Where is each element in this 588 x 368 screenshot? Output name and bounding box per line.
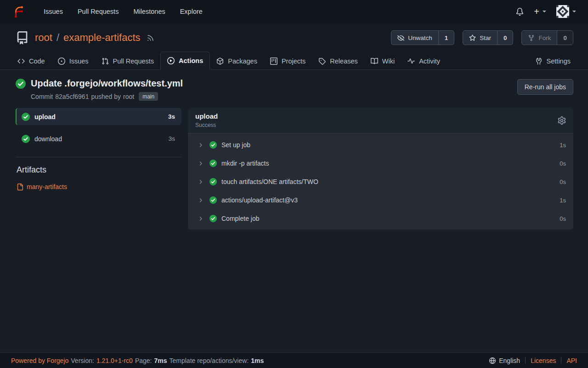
job-success-icon [22, 113, 30, 121]
tab-wiki[interactable]: Wiki [364, 52, 401, 70]
repo-owner-link[interactable]: root [35, 32, 52, 44]
tools-icon [535, 58, 543, 65]
tab-label: Releases [330, 58, 357, 65]
tab-activity[interactable]: Activity [401, 52, 447, 70]
pushed-by-label: pushed by [91, 93, 121, 100]
steps-list: Set up job 1s mkdir -p artifacts 0s touc… [188, 133, 573, 230]
issue-opened-icon [58, 58, 65, 65]
chevron-right-icon[interactable] [198, 142, 204, 148]
project-icon [270, 58, 277, 65]
tab-label: Projects [282, 58, 305, 65]
page-time-value: 7ms [154, 357, 167, 364]
step-row-touch[interactable]: touch artifacts/ONE artifacts/TWO 0s [188, 172, 573, 191]
nav-link-explore[interactable]: Explore [173, 8, 210, 15]
rerun-all-jobs-button[interactable]: Re-run all jobs [517, 79, 573, 95]
user-menu[interactable] [556, 5, 576, 18]
step-row-mkdir[interactable]: mkdir -p artifacts 0s [188, 154, 573, 172]
page-footer: Powered by Forgejo Version: 1.21.0+1-rc0… [0, 352, 588, 368]
chevron-right-icon[interactable] [198, 216, 204, 222]
git-pull-request-icon [102, 58, 109, 65]
step-name: mkdir -p artifacts [221, 160, 269, 167]
page-time-label: Page: [135, 357, 152, 364]
job-detail-title: upload [195, 112, 218, 120]
chevron-right-icon[interactable] [198, 197, 204, 203]
fork-icon [528, 34, 535, 41]
stars-count[interactable]: 0 [497, 31, 513, 45]
job-item-download[interactable]: download 3s [16, 130, 181, 147]
nav-link-issues[interactable]: Issues [36, 8, 70, 15]
step-name: actions/upload-artifact@v3 [221, 196, 298, 204]
eye-closed-icon [397, 34, 404, 41]
create-new-menu[interactable]: + [534, 7, 546, 16]
chevron-right-icon[interactable] [198, 179, 204, 185]
tab-actions[interactable]: Actions [160, 52, 210, 70]
job-item-upload[interactable]: upload 3s [16, 108, 181, 125]
tab-releases[interactable]: Releases [312, 52, 364, 70]
job-detail-panel: upload Success Set up job 1s mkdir - [188, 108, 573, 230]
gear-icon[interactable] [558, 116, 566, 125]
language-label: English [499, 357, 520, 364]
book-icon [371, 58, 378, 65]
star-button[interactable]: Star 0 [463, 30, 513, 45]
step-success-icon [209, 141, 217, 149]
tab-label: Settings [547, 58, 571, 65]
powered-by-forgejo-link[interactable]: Powered by Forgejo [11, 357, 68, 364]
watchers-count[interactable]: 1 [438, 31, 454, 45]
chevron-down-icon [543, 11, 546, 12]
tab-pull-requests[interactable]: Pull Requests [95, 52, 160, 70]
repository-icon [16, 31, 29, 45]
package-icon [216, 58, 224, 65]
chevron-right-icon[interactable] [198, 161, 204, 167]
step-success-icon [209, 160, 217, 167]
tab-label: Packages [228, 58, 257, 65]
unwatch-button[interactable]: Unwatch 1 [391, 30, 454, 45]
nav-link-milestones[interactable]: Milestones [126, 8, 172, 15]
licenses-link[interactable]: Licenses [531, 357, 556, 364]
tab-code[interactable]: Code [11, 52, 51, 70]
job-status-text: Success [195, 122, 218, 128]
commit-user[interactable]: root [123, 93, 134, 100]
forgejo-logo-icon[interactable] [12, 6, 24, 18]
run-success-icon [16, 79, 26, 89]
step-success-icon [209, 178, 217, 185]
tab-label: Wiki [382, 58, 395, 65]
rss-icon[interactable] [147, 34, 154, 42]
tab-settings[interactable]: Settings [529, 52, 577, 70]
step-row-upload-artifact[interactable]: actions/upload-artifact@v3 1s [188, 191, 573, 209]
branch-badge[interactable]: main [139, 92, 158, 101]
commit-label: Commit [31, 93, 53, 100]
tab-projects[interactable]: Projects [264, 52, 312, 70]
step-duration: 0s [560, 160, 566, 167]
tab-label: Pull Requests [113, 58, 154, 65]
step-duration: 0s [560, 178, 566, 185]
job-name: upload [34, 113, 56, 121]
repo-header-section: root / example-artifacts Unwatch 1 Star … [0, 23, 588, 70]
step-duration: 1s [560, 197, 566, 204]
run-title: Update .forgejo/workflows/test.yml [31, 78, 183, 89]
tab-issues[interactable]: Issues [51, 52, 95, 70]
job-detail-header: upload Success [188, 108, 573, 133]
language-selector[interactable]: English [489, 357, 520, 364]
commit-sha[interactable]: 82a5cf6961 [55, 93, 89, 100]
tab-label: Issues [69, 58, 89, 65]
artifact-link-many-artifacts[interactable]: many-artifacts [17, 183, 181, 190]
step-row-complete[interactable]: Complete job 0s [188, 209, 573, 228]
fork-button[interactable]: Fork 0 [521, 30, 573, 45]
fork-label: Fork [538, 34, 551, 41]
api-link[interactable]: API [566, 357, 577, 364]
file-icon [17, 184, 23, 190]
repo-name-link[interactable]: example-artifacts [63, 32, 141, 44]
job-duration: 3s [169, 135, 175, 142]
version-link[interactable]: 1.21.0+1-rc0 [96, 357, 133, 364]
notifications-bell-icon[interactable] [516, 8, 524, 16]
step-row-setup[interactable]: Set up job 1s [188, 136, 573, 154]
chevron-down-icon [572, 11, 576, 12]
tab-packages[interactable]: Packages [210, 52, 264, 70]
jobs-sidebar: upload 3s download 3s Artifacts many-art… [16, 108, 181, 190]
nav-link-pull-requests[interactable]: Pull Requests [70, 8, 126, 15]
forks-count[interactable]: 0 [557, 31, 573, 45]
top-navbar: Issues Pull Requests Milestones Explore … [0, 0, 588, 23]
footer-divider [525, 357, 526, 364]
job-name: download [34, 135, 62, 143]
run-commit-line: Commit 82a5cf6961 pushed by root main [31, 92, 183, 101]
